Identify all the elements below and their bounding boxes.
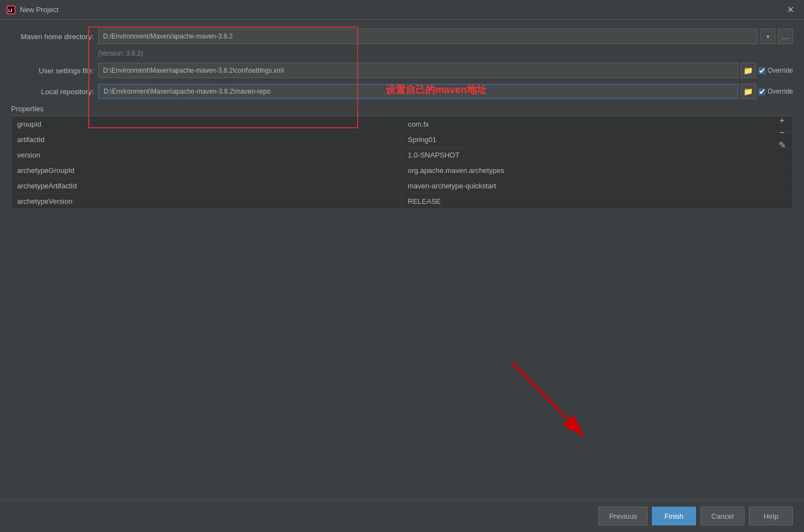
previous-button[interactable]: Previous — [598, 507, 647, 525]
table-row[interactable]: archetypeGroupId org.apache.maven.archet… — [12, 163, 792, 178]
property-key: version — [12, 148, 402, 163]
property-value: com.fx — [402, 117, 793, 132]
property-value: RELEASE — [402, 194, 793, 209]
local-repo-override-group: Override — [758, 88, 793, 95]
property-key: archetypeVersion — [12, 194, 402, 209]
properties-table: groupId com.fx artifactId Spring01 versi… — [12, 117, 792, 209]
edit-property-button[interactable]: ✎ — [776, 139, 787, 150]
user-settings-input[interactable] — [98, 63, 738, 78]
maven-home-input[interactable] — [98, 29, 758, 44]
user-settings-label: User settings file: — [11, 67, 94, 75]
properties-section-title: Properties — [11, 105, 793, 113]
table-row[interactable]: groupId com.fx — [12, 117, 792, 132]
maven-home-dropdown[interactable]: ▾ — [760, 29, 775, 44]
user-settings-override-checkbox[interactable] — [758, 67, 765, 74]
maven-home-label: Maven home directory: — [11, 32, 94, 41]
content-area: 设置自己的maven地址 Maven home directory: ▾ … (… — [0, 20, 804, 500]
maven-home-browse[interactable]: … — [778, 29, 793, 44]
cancel-button[interactable]: Cancel — [700, 507, 744, 525]
finish-button[interactable]: Finish — [652, 507, 696, 525]
local-repo-input[interactable] — [98, 84, 738, 99]
svg-text:IJ: IJ — [8, 8, 13, 13]
annotation-arrow — [495, 345, 606, 455]
svg-line-4 — [512, 362, 584, 436]
property-key: archetypeGroupId — [12, 163, 402, 178]
intellij-icon: IJ — [7, 6, 15, 14]
table-row[interactable]: artifactId Spring01 — [12, 132, 792, 148]
property-key: artifactId — [12, 132, 402, 148]
property-value: Spring01 — [402, 132, 793, 148]
table-row[interactable]: archetypeArtifactId maven-archetype-quic… — [12, 178, 792, 194]
local-repo-label: Local repository: — [11, 88, 94, 96]
close-button[interactable]: ✕ — [784, 4, 797, 15]
property-key: archetypeArtifactId — [12, 178, 402, 194]
local-repo-override-label: Override — [768, 88, 793, 95]
property-value: org.apache.maven.archetypes — [402, 163, 793, 178]
property-value: 1.0-SNAPSHOT — [402, 148, 793, 163]
properties-container: groupId com.fx artifactId Spring01 versi… — [11, 115, 793, 209]
local-repo-field-group: 📁 Override — [98, 84, 793, 99]
remove-property-button[interactable]: − — [776, 127, 787, 138]
title-bar-text: New Project — [20, 6, 58, 14]
help-button[interactable]: Help — [749, 507, 793, 525]
user-settings-field-group: 📁 Override — [98, 63, 793, 78]
table-row[interactable]: version 1.0-SNAPSHOT — [12, 148, 792, 163]
add-property-button[interactable]: + — [776, 115, 787, 126]
maven-version-text: (Version: 3.8.2) — [98, 50, 143, 57]
local-repo-override-checkbox[interactable] — [758, 88, 765, 95]
maven-home-row: Maven home directory: ▾ … — [11, 29, 793, 44]
version-row: (Version: 3.8.2) — [11, 50, 793, 57]
user-settings-browse[interactable]: 📁 — [741, 63, 756, 78]
properties-scroll: groupId com.fx artifactId Spring01 versi… — [11, 115, 793, 209]
title-bar: IJ New Project ✕ — [0, 0, 804, 20]
table-row[interactable]: archetypeVersion RELEASE — [12, 194, 792, 209]
user-settings-row: User settings file: 📁 Override — [11, 63, 793, 78]
local-repo-browse[interactable]: 📁 — [741, 84, 756, 99]
maven-home-field-group: ▾ … — [98, 29, 793, 44]
user-settings-override-group: Override — [758, 67, 793, 74]
local-repo-row: Local repository: 📁 Override — [11, 84, 793, 99]
user-settings-override-label: Override — [768, 67, 793, 74]
footer: Previous Finish Cancel Help — [0, 500, 804, 532]
property-value: maven-archetype-quickstart — [402, 178, 793, 194]
property-key: groupId — [12, 117, 402, 132]
